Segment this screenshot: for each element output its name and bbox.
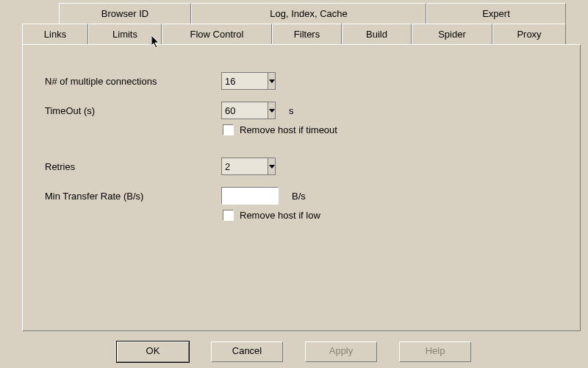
connections-label: N# of multiple connections bbox=[45, 76, 221, 87]
tab-browser-id[interactable]: Browser ID bbox=[59, 3, 191, 24]
tab-row-upper: Browser IDLog, Index, CacheExpert bbox=[59, 3, 566, 24]
tab-log-index-cache[interactable]: Log, Index, Cache bbox=[191, 3, 426, 24]
timeout-label: TimeOut (s) bbox=[45, 105, 221, 116]
timeout-unit: s bbox=[289, 105, 294, 116]
row-retries: Retries bbox=[45, 157, 565, 176]
minrate-label: Min Transfer Rate (B/s) bbox=[45, 191, 221, 202]
row-remove-low: Remove host if low bbox=[223, 210, 320, 221]
ok-button[interactable]: OK bbox=[117, 342, 189, 362]
row-connections: N# of multiple connections bbox=[45, 71, 565, 91]
row-minrate: Min Transfer Rate (B/s) B/s bbox=[45, 186, 565, 205]
timeout-spinner[interactable] bbox=[221, 102, 276, 119]
remove-low-label: Remove host if low bbox=[240, 210, 320, 221]
tab-expert[interactable]: Expert bbox=[426, 3, 566, 24]
remove-timeout-checkbox[interactable] bbox=[223, 124, 234, 135]
cancel-button[interactable]: Cancel bbox=[211, 342, 283, 362]
flow-control-panel: N# of multiple connections TimeOut (s) s… bbox=[22, 44, 581, 331]
retries-spinner[interactable] bbox=[221, 158, 276, 175]
minrate-unit: B/s bbox=[292, 191, 306, 202]
minrate-input[interactable] bbox=[221, 187, 279, 205]
remove-timeout-label: Remove host if timeout bbox=[240, 124, 337, 135]
retries-label: Retries bbox=[45, 161, 221, 172]
remove-low-checkbox[interactable] bbox=[223, 210, 234, 221]
tab-limits[interactable]: Limits bbox=[88, 24, 162, 44]
tab-flow-control[interactable]: Flow Control bbox=[162, 24, 272, 44]
chevron-down-icon[interactable] bbox=[268, 73, 275, 89]
tab-spider[interactable]: Spider bbox=[412, 24, 492, 44]
button-bar: OK Cancel Apply Help bbox=[0, 337, 588, 368]
row-remove-timeout: Remove host if timeout bbox=[223, 124, 337, 135]
timeout-input[interactable] bbox=[222, 102, 268, 118]
tab-links[interactable]: Links bbox=[22, 24, 88, 44]
tab-row-lower: LinksLimitsFlow ControlFiltersBuildSpide… bbox=[22, 24, 566, 44]
retries-input[interactable] bbox=[222, 158, 268, 174]
apply-button[interactable]: Apply bbox=[305, 342, 377, 362]
dialog-window: Browser IDLog, Index, CacheExpert LinksL… bbox=[0, 0, 588, 368]
connections-spinner[interactable] bbox=[221, 72, 276, 90]
help-button[interactable]: Help bbox=[399, 342, 471, 362]
tab-filters[interactable]: Filters bbox=[272, 24, 342, 44]
row-timeout: TimeOut (s) s bbox=[45, 101, 565, 120]
connections-input[interactable] bbox=[222, 73, 268, 89]
tab-build[interactable]: Build bbox=[342, 24, 412, 44]
tab-proxy[interactable]: Proxy bbox=[492, 24, 566, 44]
chevron-down-icon[interactable] bbox=[268, 102, 275, 118]
chevron-down-icon[interactable] bbox=[268, 158, 275, 174]
